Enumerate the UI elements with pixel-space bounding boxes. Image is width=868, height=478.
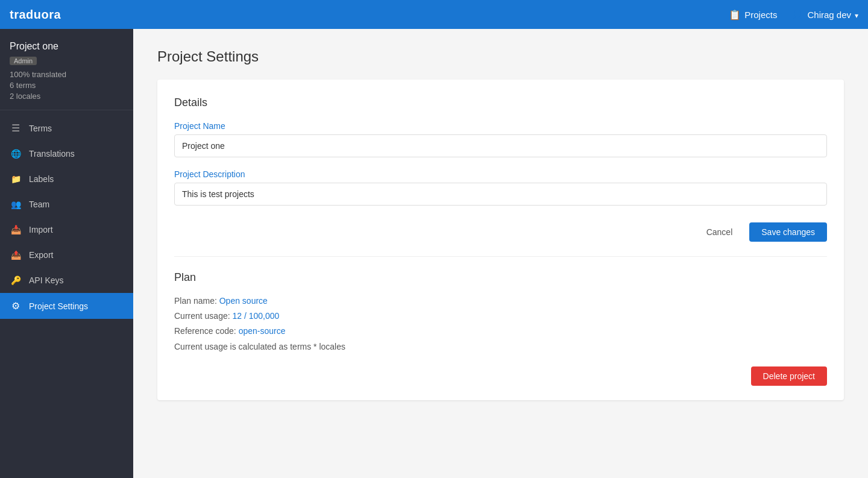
export-icon [10,250,22,260]
sidebar-item-label: Team [29,200,49,209]
sidebar-item-terms[interactable]: Terms [0,115,133,141]
main-layout: Project one Admin 100% translated 6 term… [0,29,868,478]
sidebar-nav: Terms Translations Labels Team Import Ex… [0,110,133,478]
plan-footer: Delete project [174,366,827,386]
plan-title: Plan [174,271,827,284]
page-title: Project Settings [157,48,844,65]
sidebar-project-info: Project one Admin 100% translated 6 term… [0,29,133,110]
project-description-input[interactable] [174,183,827,206]
details-title: Details [174,96,827,109]
delete-project-button[interactable]: Delete project [751,366,827,386]
reference-code-prefix: Reference code: [174,326,239,336]
plan-info: Plan name: Open source Current usage: 12… [174,294,827,354]
navbar-right: Projects Chirag dev [729,9,858,20]
sidebar-item-team[interactable]: Team [0,192,133,217]
stat-locales: 2 locales [10,92,124,101]
projects-nav[interactable]: Projects [729,9,777,20]
reference-code-value: open-source [239,326,286,336]
folder-icon [10,174,22,184]
key-icon [10,275,22,286]
form-actions: Cancel Save changes [174,218,827,242]
globe-icon [10,148,22,159]
current-usage-value: 12 / 100,000 [233,311,280,321]
current-usage-prefix: Current usage: [174,311,233,321]
chevron-down-icon [855,10,858,20]
sidebar-item-label: API Keys [29,275,64,285]
sidebar-item-labels[interactable]: Labels [0,166,133,192]
stat-terms: 6 terms [10,81,124,90]
project-name: Project one [10,41,124,52]
current-usage-row: Current usage: 12 / 100,000 [174,309,827,324]
cancel-button[interactable]: Cancel [697,222,743,242]
plan-note: Current usage is calculated as terms * l… [174,339,827,354]
projects-icon [729,9,741,20]
plan-name-value: Open source [219,296,268,306]
sidebar-item-translations[interactable]: Translations [0,141,133,166]
project-description-label: Project Description [174,169,827,179]
user-label: Chirag dev [807,10,851,20]
sidebar-item-label: Project Settings [29,301,88,311]
sidebar-item-import[interactable]: Import [0,217,133,242]
admin-badge: Admin [10,57,37,65]
sidebar-item-api-keys[interactable]: API Keys [0,268,133,293]
settings-card: Details Project Name Project Description… [157,80,844,400]
stat-translated: 100% translated [10,70,124,79]
project-description-group: Project Description [174,169,827,206]
plan-name-row: Plan name: Open source [174,294,827,309]
sidebar-item-label: Labels [29,174,54,184]
team-icon [10,199,22,210]
plan-section: Plan Plan name: Open source Current usag… [174,271,827,386]
sidebar-item-label: Terms [29,124,52,133]
plan-name-prefix: Plan name: [174,296,219,306]
app-brand: traduora [10,8,61,22]
sidebar-item-export[interactable]: Export [0,242,133,268]
section-divider [174,256,827,257]
import-icon [10,224,22,235]
sidebar-item-label: Translations [29,149,75,159]
content-area: Project Settings Details Project Name Pr… [133,29,868,478]
project-name-input[interactable] [174,134,827,157]
details-section: Details Project Name Project Description… [174,96,827,242]
list-icon [10,122,22,134]
sidebar: Project one Admin 100% translated 6 term… [0,29,133,478]
reference-code-row: Reference code: open-source [174,324,827,339]
settings-icon [10,300,22,312]
project-name-group: Project Name [174,121,827,157]
save-changes-button[interactable]: Save changes [749,222,827,242]
projects-label: Projects [744,10,777,20]
sidebar-item-label: Export [29,250,53,260]
navbar: traduora Projects Chirag dev [0,0,868,29]
project-name-label: Project Name [174,121,827,131]
account-icon [791,9,804,20]
user-menu[interactable]: Chirag dev [791,9,858,20]
sidebar-item-project-settings[interactable]: Project Settings [0,293,133,319]
sidebar-item-label: Import [29,225,53,234]
